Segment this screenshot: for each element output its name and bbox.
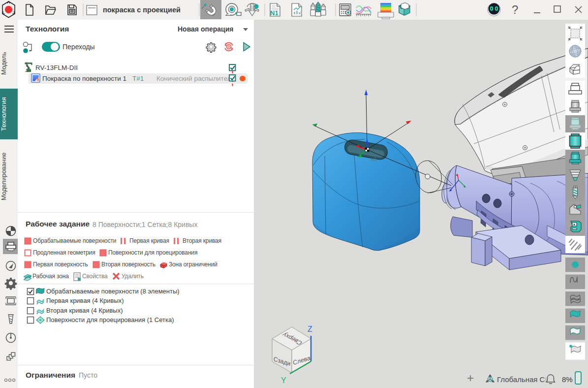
svg-text:N1: N1 [270, 9, 279, 17]
svg-text:?: ? [512, 3, 518, 16]
svg-text:N1: N1 [371, 156, 378, 162]
svg-text:Z: Z [308, 325, 312, 333]
